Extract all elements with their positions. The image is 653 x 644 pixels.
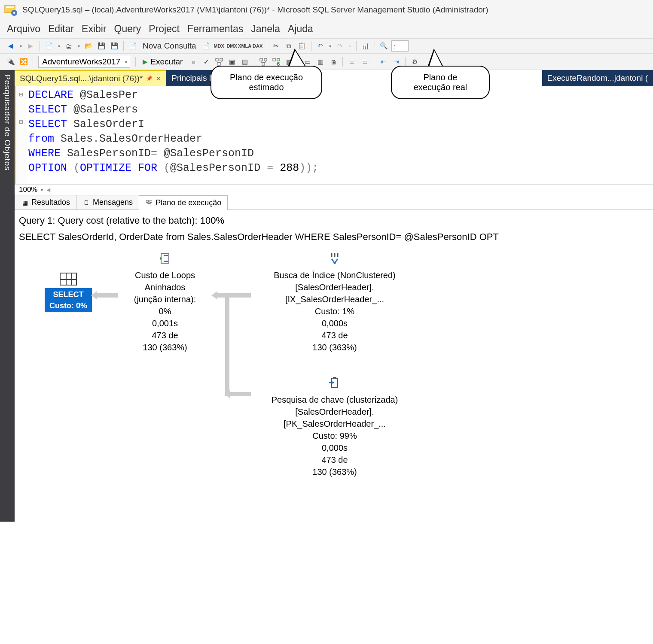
execution-plan-area: Query 1: Query cost (relative to the bat… (15, 210, 653, 522)
svg-rect-1 (6, 6, 14, 8)
ssms-app-icon (3, 3, 18, 17)
quick-find-input[interactable] (391, 40, 409, 52)
xmla-icon[interactable]: XMLA (239, 40, 250, 52)
stop-icon: ■ (188, 56, 199, 67)
new-item-icon[interactable]: 📄 (43, 40, 55, 52)
messages-icon: 🗒 (82, 199, 90, 207)
svg-rect-3 (216, 58, 218, 61)
uncomment-icon[interactable]: ≣ (359, 56, 370, 67)
tab-messages-label: Mensagens (93, 198, 133, 207)
svg-rect-12 (146, 200, 149, 202)
tab-results-label: Resultados (31, 198, 70, 207)
sql-editor[interactable]: ⊟ ⊟ DECLARE @SalesPer SELECT @SalesPers … (15, 86, 653, 184)
menu-janela[interactable]: Janela (251, 23, 280, 35)
callout-actual-plan: Plano de execução real (391, 66, 490, 99)
tab-active-query[interactable]: SQLQuery15.sql....\jdantoni (76))* 📌 ✕ (15, 70, 166, 86)
tab-results[interactable]: ▦ Resultados (15, 195, 76, 210)
plan-node-nested-loops[interactable]: Custo de Loops Aninhados (junção interna… (118, 251, 212, 353)
menubar: Arquivo Editar Exibir Query Project Ferr… (0, 20, 653, 38)
plan-node-select[interactable]: SELECT Custo: 0% (45, 273, 92, 312)
new-project-icon[interactable]: 🗂 (63, 40, 74, 52)
parse-icon[interactable]: ✓ (201, 56, 212, 67)
execute-label: Executar (150, 57, 183, 67)
zoom-level[interactable]: 100% (17, 185, 39, 194)
toolbar-row-1: ◀ ▾ ▶ 📄 ▾ 🗂 ▾ 📂 💾 💾 📄 Nova Consulta 📄 MD… (0, 38, 653, 54)
plan-node-key-lookup[interactable]: Pesquisa de chave (clusterizada) [SalesO… (251, 376, 418, 478)
menu-exibir[interactable]: Exibir (82, 23, 107, 35)
fold-icon[interactable]: ⊟ (16, 88, 26, 101)
zoom-dropdown-icon[interactable]: ▾ (41, 188, 43, 192)
dax-icon[interactable]: DAX (252, 40, 263, 52)
callout-estimated-plan: Plano de execução estimado (211, 66, 322, 99)
results-grid-icon[interactable]: ▦ (315, 56, 326, 67)
new-item-dropdown[interactable]: ▾ (56, 44, 61, 49)
undo-dropdown[interactable]: ▾ (328, 44, 333, 49)
change-connection-icon[interactable]: 🔀 (18, 56, 29, 67)
mdx-icon[interactable]: MDX (214, 40, 225, 52)
index-seek-icon (251, 251, 418, 267)
undo-icon[interactable]: ↶ (315, 40, 326, 52)
results-file-icon[interactable]: 🗎 (328, 56, 339, 67)
zoom-bar: 100% ▾ ◀ (15, 184, 653, 195)
svg-rect-6 (260, 58, 262, 61)
results-tabstrip: ▦ Resultados 🗒 Mensagens Plano de execuç… (15, 195, 653, 210)
menu-project[interactable]: Project (149, 23, 180, 35)
tab-execute-random[interactable]: ExecuteRandom...jdantoni ( (542, 70, 653, 86)
select-cost: Custo: 0% (45, 300, 92, 311)
plan-node-index-seek[interactable]: Busca de Índice (NonClustered) [SalesOrd… (251, 251, 418, 353)
editor-gutter: ⊟ ⊟ (15, 86, 26, 184)
database-selector[interactable]: AdventureWorks2017 (38, 56, 130, 68)
svg-rect-13 (150, 200, 152, 202)
svg-rect-9 (273, 58, 275, 61)
svg-rect-8 (262, 63, 265, 65)
tab-inactive2-label: ExecuteRandom...jdantoni ( (547, 73, 648, 83)
find-icon[interactable]: 🔍 (378, 40, 390, 52)
hscroll-left-icon[interactable]: ◀ (46, 187, 50, 193)
plan-arrow (217, 293, 251, 298)
connect-icon: 🔌 (5, 56, 16, 67)
tab-execution-plan[interactable]: Plano de execução (139, 195, 228, 210)
menu-ajuda[interactable]: Ajuda (288, 23, 313, 35)
execute-button[interactable]: ▶Executar (139, 56, 186, 67)
nested-loops-icon (118, 251, 212, 267)
nav-forward-icon: ▶ (25, 40, 36, 52)
plan-header-line1: Query 1: Query cost (relative to the bat… (19, 214, 649, 227)
new-query-label[interactable]: Nova Consulta (140, 41, 199, 51)
comment-icon[interactable]: ≣ (346, 56, 357, 67)
callout2-line1: Plano de (402, 73, 479, 82)
cut-icon[interactable]: ✂ (271, 40, 282, 52)
script-icon[interactable]: 📄 (201, 40, 212, 52)
save-all-icon[interactable]: 💾 (109, 40, 120, 52)
activity-monitor-icon[interactable]: 📊 (360, 40, 371, 52)
code-content[interactable]: DECLARE @SalesPer SELECT @SalesPers SELE… (26, 86, 318, 184)
tab-messages[interactable]: 🗒 Mensagens (76, 195, 139, 210)
nav-back-dropdown[interactable]: ▾ (18, 44, 23, 49)
svg-rect-7 (264, 58, 267, 61)
window-title: SQLQuery15.sql – (local).AdventureWorks2… (22, 5, 488, 15)
plan-icon (145, 199, 153, 207)
nav-back-icon[interactable]: ◀ (5, 40, 16, 52)
object-explorer-panel[interactable]: Pesquisador de Objetos (0, 70, 15, 522)
new-project-dropdown[interactable]: ▾ (76, 44, 81, 49)
menu-arquivo[interactable]: Arquivo (7, 23, 40, 35)
plan-header-line2: SELECT SalesOrderId, OrderDate from Sale… (19, 231, 649, 243)
new-query-icon[interactable]: 📄 (127, 40, 138, 52)
open-icon[interactable]: 📂 (83, 40, 94, 52)
toolbar-row-2: 🔌 🔀 AdventureWorks2017 ▶Executar ■ ✓ ▣ ▤… (0, 54, 653, 70)
close-icon[interactable]: ✕ (156, 75, 161, 82)
indent-less-icon[interactable]: ⇤ (378, 56, 389, 67)
fold-icon[interactable]: ⊟ (16, 115, 26, 128)
menu-ferramentas[interactable]: Ferramentas (187, 23, 243, 35)
callout1-line1: Plano de execução (222, 73, 311, 82)
svg-rect-10 (277, 58, 280, 61)
svg-rect-4 (220, 58, 223, 61)
callout1-line2: estimado (222, 82, 311, 92)
dmx-icon[interactable]: DMX (226, 40, 238, 52)
select-grid-icon (60, 273, 77, 286)
menu-editar[interactable]: Editar (48, 23, 74, 35)
redo-icon: ↷ (335, 40, 346, 52)
save-icon[interactable]: 💾 (96, 40, 107, 52)
menu-query[interactable]: Query (114, 23, 141, 35)
pin-icon[interactable]: 📌 (146, 76, 153, 82)
plan-canvas[interactable]: SELECT Custo: 0% Custo de Loops Aninhado… (19, 247, 649, 504)
